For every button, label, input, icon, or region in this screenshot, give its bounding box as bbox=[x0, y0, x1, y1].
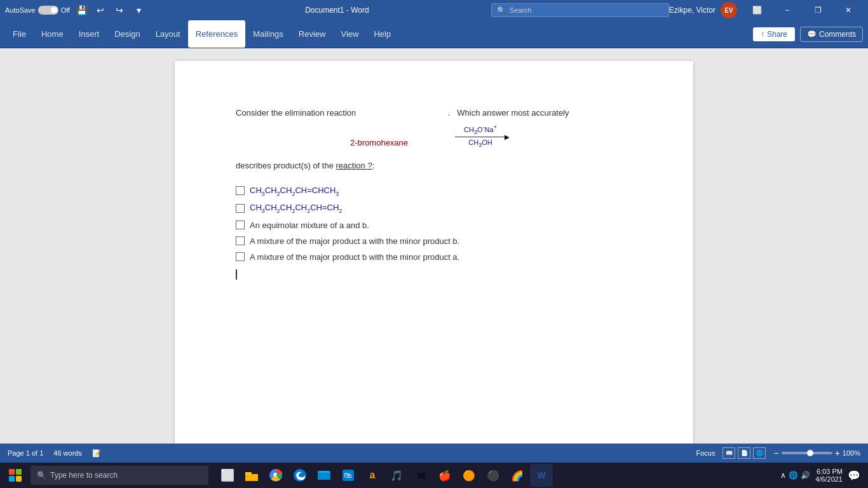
amazon-icon[interactable]: a bbox=[361, 464, 384, 487]
fruit-icon[interactable]: 🍎 bbox=[433, 464, 456, 487]
zoom-in-button[interactable]: + bbox=[835, 448, 840, 458]
tab-mailings[interactable]: Mailings bbox=[245, 20, 291, 48]
start-button[interactable] bbox=[3, 463, 28, 488]
tab-references[interactable]: References bbox=[188, 20, 245, 48]
checkbox-a[interactable] bbox=[236, 186, 245, 195]
option-b-formula: CH3CH2CH2CH2CH=CH2 bbox=[250, 203, 342, 214]
title-text: Document1 - Word bbox=[305, 6, 369, 15]
music-icon[interactable]: 🎵 bbox=[385, 464, 408, 487]
word-count: 46 words bbox=[53, 449, 82, 457]
checkbox-b[interactable] bbox=[236, 204, 245, 213]
notification-icon[interactable]: 💬 bbox=[848, 470, 860, 482]
color-icon[interactable]: 🌈 bbox=[506, 464, 529, 487]
taskbar-search-placeholder: Type here to search bbox=[50, 471, 118, 480]
redo-button[interactable]: ↪ bbox=[112, 3, 127, 18]
tab-file[interactable]: File bbox=[5, 20, 34, 48]
reagent-top: CH3O-Na+ bbox=[455, 124, 506, 135]
chevron-up-icon[interactable]: ∧ bbox=[780, 471, 786, 480]
tab-view[interactable]: View bbox=[333, 20, 366, 48]
web-view-icon[interactable]: 🌐 bbox=[753, 447, 766, 459]
ribbon: File Home Insert Design Layout Reference… bbox=[0, 20, 868, 48]
customize-button[interactable]: ▾ bbox=[131, 3, 146, 18]
ribbon-right: ↑ Share 💬 Comments bbox=[753, 27, 863, 42]
files-icon[interactable] bbox=[313, 464, 336, 487]
tab-layout[interactable]: Layout bbox=[148, 20, 188, 48]
layout-button[interactable]: ⬜ bbox=[742, 0, 771, 20]
orange-icon[interactable]: 🟠 bbox=[458, 464, 480, 487]
title-bar: AutoSave Off 💾 ↩ ↪ ▾ Document1 - Word 🔍 … bbox=[0, 0, 868, 20]
title-left-controls: AutoSave Off 💾 ↩ ↪ ▾ bbox=[5, 3, 183, 18]
avatar-initials: EV bbox=[724, 7, 733, 14]
speaker-icon[interactable]: 🔊 bbox=[801, 471, 810, 480]
option-b: CH3CH2CH2CH2CH=CH2 bbox=[236, 203, 632, 214]
zoom-level: 100% bbox=[843, 449, 860, 457]
option-a: CH3CH2CH2CH=CHCH3 bbox=[236, 186, 632, 197]
taskbar-right: ∧ 🌐 🔊 6:03 PM 4/6/2021 💬 bbox=[780, 468, 865, 483]
question-continuation: describes product(s) of the reaction ?: bbox=[236, 159, 632, 173]
system-icons: ∧ 🌐 🔊 bbox=[780, 471, 810, 480]
title-search[interactable]: 🔍 Search bbox=[491, 3, 669, 17]
search-placeholder: Search bbox=[510, 6, 532, 14]
option-e-text: A mixture of the major product b with th… bbox=[250, 252, 459, 262]
autosave-label: AutoSave bbox=[5, 6, 36, 14]
windows-logo bbox=[9, 469, 22, 482]
undo-button[interactable]: ↩ bbox=[93, 3, 108, 18]
taskbar-search[interactable]: 🔍 Type here to search bbox=[31, 466, 208, 485]
tab-insert[interactable]: Insert bbox=[71, 20, 107, 48]
status-right: Focus 📖 📄 🌐 − + 100% bbox=[696, 447, 860, 459]
zoom-slider[interactable] bbox=[782, 452, 832, 454]
share-button[interactable]: ↑ Share bbox=[753, 27, 795, 41]
checkbox-d[interactable] bbox=[236, 236, 245, 245]
datetime: 6:03 PM 4/6/2021 bbox=[815, 468, 843, 483]
checkbox-e[interactable] bbox=[236, 252, 245, 261]
close-button[interactable]: ✕ bbox=[834, 0, 863, 20]
tab-design[interactable]: Design bbox=[107, 20, 147, 48]
reagent-bottom: CH3OH bbox=[455, 139, 506, 148]
focus-label[interactable]: Focus bbox=[696, 449, 715, 457]
network-icon[interactable]: 🌐 bbox=[789, 471, 798, 480]
option-d-text: A mixture of the major product a with th… bbox=[250, 236, 459, 246]
page-info: Page 1 of 1 bbox=[8, 449, 43, 457]
file-explorer-icon[interactable] bbox=[240, 464, 263, 487]
comments-button[interactable]: 💬 Comments bbox=[800, 27, 863, 42]
search-icon: 🔍 bbox=[497, 6, 506, 15]
word-icon[interactable]: W bbox=[530, 464, 553, 487]
print-view-icon[interactable]: 📄 bbox=[738, 447, 750, 459]
reaction-link: reaction ? bbox=[336, 161, 372, 170]
store-icon[interactable]: 🛍 bbox=[337, 464, 360, 487]
save-button[interactable]: 💾 bbox=[74, 3, 89, 18]
mail-icon[interactable]: ✉ bbox=[409, 464, 432, 487]
question-text: Consider the elimination reaction . Whic… bbox=[236, 107, 569, 120]
avatar[interactable]: EV bbox=[721, 2, 737, 18]
reaction-question: Consider the elimination reaction . Whic… bbox=[236, 107, 632, 120]
autosave-state: Off bbox=[61, 6, 70, 14]
tab-review[interactable]: Review bbox=[291, 20, 334, 48]
restore-button[interactable]: ❐ bbox=[803, 0, 832, 20]
document-area: Consider the elimination reaction . Whic… bbox=[0, 48, 868, 444]
checkbox-c[interactable] bbox=[236, 220, 245, 229]
tab-help[interactable]: Help bbox=[366, 20, 398, 48]
circle-icon[interactable]: ⚫ bbox=[482, 464, 505, 487]
autosave-switch[interactable] bbox=[38, 6, 58, 15]
option-d: A mixture of the major product a with th… bbox=[236, 236, 632, 246]
proofing-icon[interactable]: 📝 bbox=[92, 449, 101, 458]
minimize-button[interactable]: − bbox=[773, 0, 802, 20]
taskbar-search-icon: 🔍 bbox=[37, 471, 46, 480]
option-c-text: An equimolar mixture of a and b. bbox=[250, 220, 369, 230]
chrome-icon[interactable] bbox=[264, 464, 287, 487]
share-icon: ↑ bbox=[761, 30, 764, 39]
window-controls: ⬜ − ❐ ✕ bbox=[742, 0, 863, 20]
autosave-toggle[interactable]: AutoSave Off bbox=[5, 6, 70, 15]
edge-icon[interactable] bbox=[288, 464, 311, 487]
read-view-icon[interactable]: 📖 bbox=[722, 447, 735, 459]
tab-home[interactable]: Home bbox=[34, 20, 71, 48]
zoom-out-button[interactable]: − bbox=[773, 448, 778, 458]
comments-label: Comments bbox=[819, 30, 856, 39]
svg-rect-7 bbox=[318, 473, 330, 480]
svg-text:🛍: 🛍 bbox=[344, 471, 351, 480]
reaction-diagram: 2-bromohexane CH3O-Na+ ▶ CH3OH bbox=[236, 123, 632, 154]
document-title: Document1 - Word bbox=[183, 6, 491, 15]
option-a-formula: CH3CH2CH2CH=CHCH3 bbox=[250, 186, 339, 197]
task-view-icon[interactable]: ⬜ bbox=[216, 464, 239, 487]
share-label: Share bbox=[767, 30, 787, 39]
